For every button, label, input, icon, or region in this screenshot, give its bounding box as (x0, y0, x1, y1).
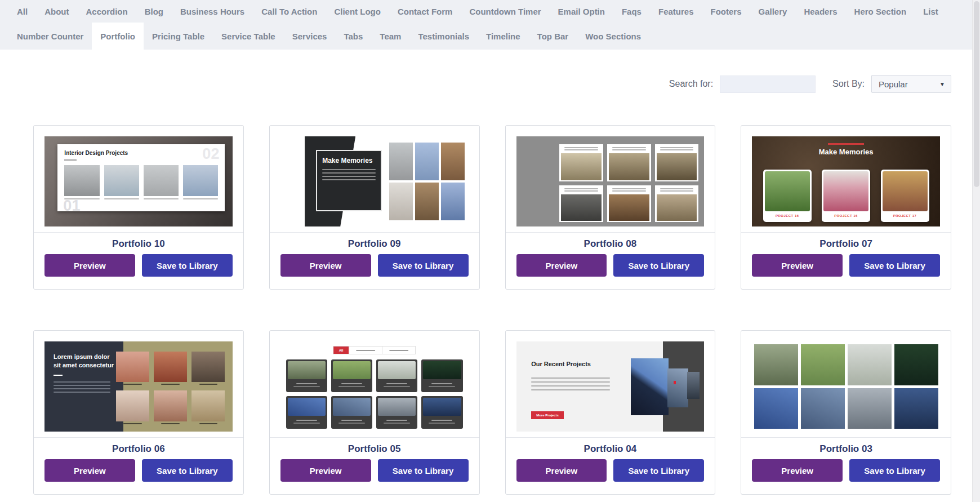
photo-grid (389, 143, 465, 220)
text-line (660, 147, 694, 148)
tab-call-to-action[interactable]: Call To Action (253, 0, 326, 23)
portfolio-thumbnail (516, 136, 705, 226)
template-card-portfolio-08: Portfolio 08 Preview Save to Library (505, 125, 716, 290)
search-input[interactable] (720, 75, 816, 93)
save-to-library-button[interactable]: Save to Library (613, 254, 704, 277)
tab-about[interactable]: About (36, 0, 77, 23)
tab-gallery[interactable]: Gallery (750, 0, 796, 23)
preview-button[interactable]: Preview (516, 254, 607, 277)
project-card: PROJECT 16 (822, 170, 870, 222)
caption-row (64, 198, 218, 201)
preview-button[interactable]: Preview (280, 459, 371, 482)
tab-business-hours[interactable]: Business Hours (172, 0, 253, 23)
thumb-photo (801, 344, 845, 385)
template-category-tabs: AllAboutAccordionBlogBusiness HoursCall … (0, 0, 980, 50)
text-line (199, 423, 218, 424)
text-line (612, 188, 646, 189)
preview-button[interactable]: Preview (752, 459, 843, 482)
tab-number-counter[interactable]: Number Counter (8, 23, 92, 50)
thumb-photo (378, 398, 416, 416)
save-to-library-button[interactable]: Save to Library (142, 254, 233, 277)
preview-button[interactable]: Preview (44, 254, 135, 277)
slide-number-top: 02 (202, 145, 219, 163)
save-to-library-button[interactable]: Save to Library (378, 254, 469, 277)
tab-tabs[interactable]: Tabs (335, 23, 371, 50)
page-scrollbar[interactable] (972, 0, 980, 502)
tab-timeline[interactable]: Timeline (478, 23, 529, 50)
tab-features[interactable]: Features (650, 0, 702, 23)
save-to-library-button[interactable]: Save to Library (849, 254, 940, 277)
preview-button[interactable]: Preview (516, 459, 607, 482)
text-line (429, 423, 455, 424)
tab-service-table[interactable]: Service Table (213, 23, 284, 50)
tab-hero-section[interactable]: Hero Section (846, 0, 915, 23)
card-title: Portfolio 09 (270, 238, 479, 250)
tab-blog[interactable]: Blog (136, 0, 172, 23)
text-line (386, 420, 407, 421)
tab-services[interactable]: Services (284, 23, 336, 50)
photo-grid (559, 144, 698, 222)
thumb-photo (154, 390, 187, 421)
paragraph-lines (531, 377, 610, 393)
preview-button[interactable]: Preview (280, 254, 371, 277)
tab-contact-form[interactable]: Contact Form (389, 0, 461, 23)
project-card: PROJECT 15 (763, 170, 812, 222)
scrollbar-thumb[interactable] (974, 1, 979, 187)
save-to-library-button[interactable]: Save to Library (378, 459, 469, 482)
tab-woo-sections[interactable]: Woo Sections (577, 23, 649, 50)
text-line (356, 350, 375, 351)
thumb-photo (801, 388, 845, 429)
thumb-photo (191, 390, 225, 421)
photo-grid (116, 352, 225, 425)
tab-faqs[interactable]: Faqs (613, 0, 650, 23)
text-line (293, 423, 320, 424)
portrait-photo (154, 390, 187, 424)
photo-grid (286, 359, 463, 429)
filter-bar: All (333, 346, 416, 354)
project-label: PROJECT 17 (883, 211, 928, 220)
preview-button[interactable]: Preview (44, 459, 135, 482)
tab-testimonials[interactable]: Testimonials (409, 23, 478, 50)
sort-select[interactable]: Popular ▼ (871, 75, 951, 93)
save-to-library-button[interactable]: Save to Library (142, 459, 233, 482)
chevron-down-icon: ▼ (939, 81, 945, 87)
tab-pricing-table[interactable]: Pricing Table (144, 23, 213, 50)
tab-countdown-timer[interactable]: Countdown Timer (461, 0, 549, 23)
thumb-photo (561, 153, 602, 180)
tab-team[interactable]: Team (371, 23, 409, 50)
slide-number-bottom: 01 (63, 197, 80, 215)
tab-headers[interactable]: Headers (795, 0, 845, 23)
template-card-portfolio-10: 02 Interior Design Projects (33, 125, 244, 290)
tab-accordion[interactable]: Accordion (78, 0, 136, 23)
sort-label: Sort By: (832, 79, 865, 89)
photo-grid (754, 344, 938, 429)
filter-item (349, 346, 382, 354)
template-card-portfolio-06: Lorem ipsum dolor sit amet consectetur (33, 330, 244, 495)
tab-footers[interactable]: Footers (702, 0, 750, 23)
text-line (531, 381, 610, 383)
text-line (296, 383, 317, 384)
tab-all[interactable]: All (8, 0, 36, 23)
tab-email-optin[interactable]: Email Optin (550, 0, 613, 23)
save-to-library-button[interactable]: Save to Library (849, 459, 940, 482)
thumb-photo (894, 388, 938, 429)
card-title: Portfolio 03 (741, 443, 951, 455)
preview-button[interactable]: Preview (752, 254, 843, 277)
save-to-library-button[interactable]: Save to Library (613, 459, 704, 482)
card-title: Portfolio 07 (741, 238, 951, 250)
text-panel: Lorem ipsum dolor sit amet consectetur (44, 341, 123, 432)
tab-top-bar[interactable]: Top Bar (529, 23, 577, 50)
tab-client-logo[interactable]: Client Logo (326, 0, 389, 23)
thumb-photo (288, 361, 326, 379)
portfolio-thumbnail: Lorem ipsum dolor sit amet consectetur (44, 341, 233, 432)
text-line (296, 420, 317, 421)
thumb-photo (154, 352, 187, 383)
text-line (564, 149, 598, 150)
template-card-portfolio-07: Make Memories PROJECT 15 PROJECT 16 PROJ… (741, 125, 951, 290)
caption (378, 416, 416, 428)
divider (270, 232, 479, 233)
search-label: Search for: (669, 79, 713, 89)
divider (506, 437, 715, 438)
tab-portfolio[interactable]: Portfolio (92, 23, 144, 50)
tab-list[interactable]: List (915, 0, 947, 23)
